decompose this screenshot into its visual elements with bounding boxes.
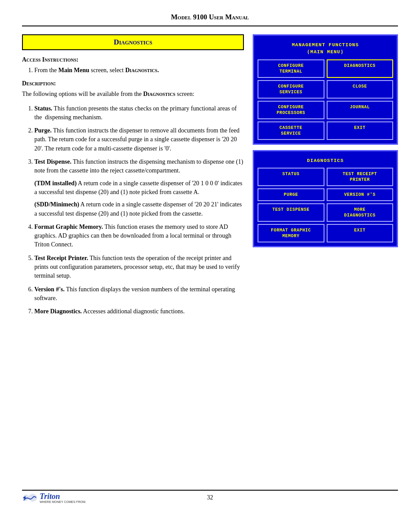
btn-exit-panel2[interactable]: EXIT — [327, 224, 394, 242]
diagnostics-bold: Diagnostics. — [125, 67, 158, 73]
btn-status[interactable]: STATUS — [258, 168, 324, 186]
panel2-btn-grid: STATUS TEST RECEIPTPRINTER PURGE VERSION… — [258, 168, 393, 242]
list-item-1: Status. This function presents the statu… — [34, 104, 244, 122]
diagnostics-heading-text: Diagnostics — [114, 38, 152, 46]
triton-logo: Triton WHERE MONEY COMES FROM. — [22, 492, 86, 504]
panel1-title: MANAGEMENT FUNCTIONS(MAIN MENU) — [292, 42, 359, 55]
triton-logo-icon — [22, 492, 38, 504]
term-format-graphic: Format Graphic Memory. — [34, 224, 103, 230]
list-item-2: Purge. This function instructs the dispe… — [34, 126, 244, 153]
btn-purge[interactable]: PURGE — [258, 188, 324, 201]
right-column: MANAGEMENT FUNCTIONS(MAIN MENU) CONFIGUR… — [253, 34, 398, 481]
panel2-title-row: DIAGNOSTICS — [258, 155, 393, 165]
description-title: Description: — [22, 80, 244, 87]
btn-test-receipt-printer[interactable]: TEST RECEIPTPRINTER — [327, 168, 394, 186]
sub-para-sdd: (SDD/Minimech) A return code in a single… — [34, 200, 244, 218]
main-menu-bold: Main Menu — [58, 67, 89, 73]
list-item-5: Test Receipt Printer. This function test… — [34, 254, 244, 281]
term-test-dispense: Test Dispense. — [34, 158, 71, 165]
term-more-diag: More Diagnostics. — [34, 308, 82, 315]
page-number: 32 — [207, 494, 213, 501]
list-item-3: Test Dispense. This function instructs t… — [34, 158, 244, 218]
term-test-receipt: Test Receipt Printer. — [34, 255, 88, 261]
btn-configure-services[interactable]: CONFIGURESERVICES — [258, 80, 324, 99]
access-list: From the Main Menu screen, select Diagno… — [22, 66, 244, 75]
list-item-4: Format Graphic Memory. This function era… — [34, 223, 244, 249]
atm-panel-management: MANAGEMENT FUNCTIONS(MAIN MENU) CONFIGUR… — [253, 34, 398, 145]
panel2-title: DIAGNOSTICS — [307, 158, 344, 163]
btn-configure-terminal[interactable]: CONFIGURETERMINAL — [258, 59, 324, 78]
page-title: Model 9100 User Manual — [171, 13, 249, 21]
page-footer: Triton WHERE MONEY COMES FROM. 32 — [22, 490, 398, 501]
btn-test-dispense[interactable]: TEST DISPENSE — [258, 203, 324, 222]
term-purge: Purge. — [34, 127, 52, 134]
panel1-title-row: MANAGEMENT FUNCTIONS(MAIN MENU) — [258, 39, 393, 57]
btn-diagnostics[interactable]: DIAGNOSTICS — [327, 59, 394, 78]
atm-panel-diagnostics: DIAGNOSTICS STATUS TEST RECEIPTPRINTER P… — [253, 150, 398, 247]
triton-logo-text-block: Triton WHERE MONEY COMES FROM. — [40, 492, 86, 503]
term-status: Status. — [34, 105, 52, 112]
btn-more-diagnostics[interactable]: MOREDIAGNOSTICS — [327, 203, 394, 222]
triton-logo-name: Triton — [40, 492, 60, 501]
panel1-btn-grid: CONFIGURETERMINAL DIAGNOSTICS CONFIGURES… — [258, 59, 393, 140]
btn-cassette-service[interactable]: CASSETTESERVICE — [258, 121, 324, 140]
btn-exit-panel1[interactable]: EXIT — [327, 121, 394, 140]
access-list-item: From the Main Menu screen, select Diagno… — [34, 66, 244, 75]
triton-tagline: WHERE MONEY COMES FROM. — [40, 500, 86, 503]
page: Model 9100 User Manual Diagnostics Acces… — [0, 0, 420, 510]
btn-configure-processors[interactable]: CONFIGUREPROCESSORS — [258, 101, 324, 119]
term-version: Version #'s. — [34, 286, 65, 293]
btn-format-graphic-memory[interactable]: FORMAT GRAPHICMEMORY — [258, 224, 324, 242]
access-instructions-title: Access Instructions: — [22, 56, 244, 63]
main-list: Status. This function presents the statu… — [22, 104, 244, 316]
diagnostics-inline: Diagnostics — [143, 91, 175, 97]
btn-version-numbers[interactable]: VERSION #'S — [327, 188, 394, 201]
page-header: Model 9100 User Manual — [22, 13, 398, 26]
list-item-6: Version #'s. This function displays the … — [34, 285, 244, 303]
content-area: Diagnostics Access Instructions: From th… — [22, 34, 398, 481]
tdm-label: (TDM installed) — [34, 180, 77, 187]
list-item-7: More Diagnostics. Accesses additional di… — [34, 307, 244, 316]
left-column: Diagnostics Access Instructions: From th… — [22, 34, 244, 481]
sdd-label: (SDD/Minimech) — [34, 201, 79, 208]
description-body: The following options will be available … — [22, 90, 244, 99]
sub-para-tdm: (TDM installed) A return code in a singl… — [34, 179, 244, 197]
diagnostics-heading-box: Diagnostics — [22, 34, 244, 50]
btn-close[interactable]: CLOSE — [327, 80, 394, 99]
btn-journal[interactable]: JOURNAL — [327, 101, 394, 119]
